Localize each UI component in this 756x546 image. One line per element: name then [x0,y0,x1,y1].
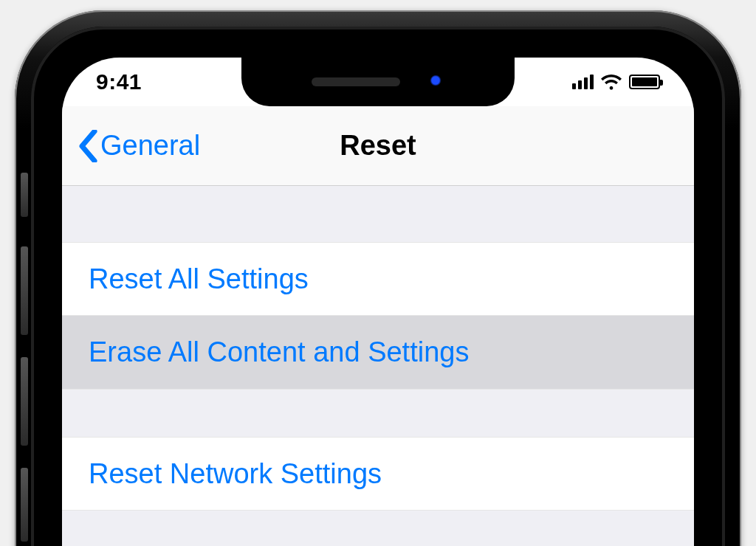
cell-label: Erase All Content and Settings [89,336,469,368]
notch [241,58,515,106]
status-indicators [572,74,660,90]
wifi-icon [601,74,622,90]
front-camera [430,75,444,89]
content-area: Reset All Settings Erase All Content and… [62,186,694,546]
chevron-left-icon [78,130,97,162]
speaker-grille [312,77,400,86]
section-spacer [62,390,694,437]
phone-side-button [21,246,28,335]
phone-side-button [21,173,28,217]
status-time: 9:41 [96,69,142,94]
back-label: General [100,130,200,162]
page-title: Reset [340,130,416,162]
phone-side-button [21,357,28,446]
cellular-signal-icon [572,75,594,89]
cell-label: Reset Network Settings [89,458,382,490]
erase-all-content-cell[interactable]: Erase All Content and Settings [62,316,694,390]
screen: 9:41 General Re [62,58,694,546]
phone-side-button [21,468,28,542]
back-button[interactable]: General [78,130,200,162]
phone-bezel: 9:41 General Re [31,27,725,546]
reset-network-settings-cell[interactable]: Reset Network Settings [62,437,694,511]
reset-all-settings-cell[interactable]: Reset All Settings [62,242,694,316]
cell-label: Reset All Settings [89,263,309,295]
navigation-bar: General Reset [62,106,694,186]
section-spacer [62,186,694,242]
battery-icon [629,75,660,89]
phone-frame: 9:41 General Re [15,10,741,546]
